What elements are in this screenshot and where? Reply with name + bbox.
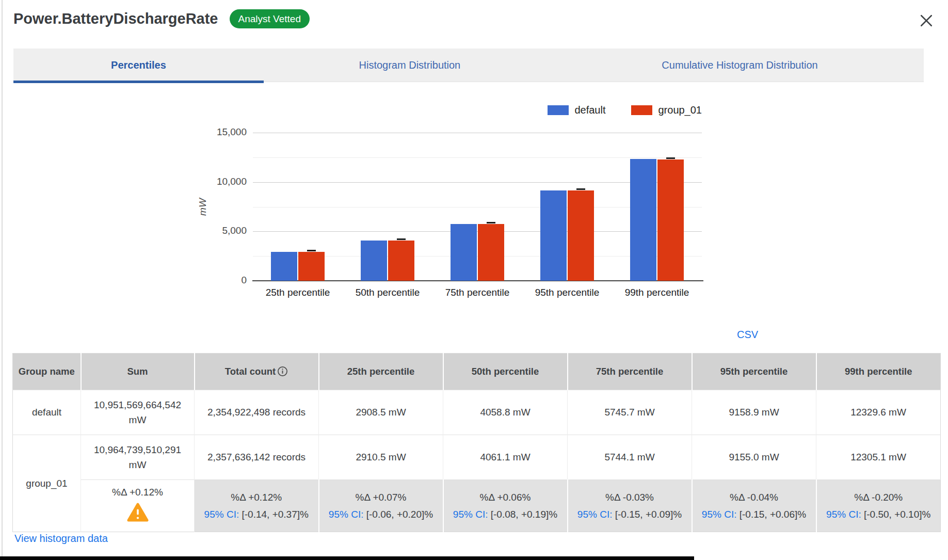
value-cell: 5744.1 mW bbox=[568, 435, 692, 480]
x-category-label: 95th percentile bbox=[522, 287, 612, 298]
error-bar bbox=[666, 157, 675, 159]
chart-bar-default bbox=[451, 224, 477, 281]
column-header-50th-percentile: 50th percentile bbox=[443, 354, 568, 390]
close-button[interactable] bbox=[918, 13, 935, 30]
chart-bar-default bbox=[271, 252, 297, 281]
metric-detail-panel: Power.BatteryDischargeRate Analyst Vette… bbox=[0, 0, 948, 560]
delta-cell: %Δ +0.12%95% CI: [-0.14, +0.37]% bbox=[195, 480, 319, 532]
results-table: Group nameSumTotal count25th percentile5… bbox=[12, 353, 940, 532]
legend-label: group_01 bbox=[658, 104, 702, 116]
ci-link[interactable]: 95% CI: bbox=[453, 509, 488, 520]
value-cell: 2,354,922,498 records bbox=[195, 390, 319, 435]
table-row-default: default10,951,569,664,542 mW2,354,922,49… bbox=[13, 390, 941, 435]
tab-cumulative-histogram-distribution[interactable]: Cumulative Histogram Distribution bbox=[556, 49, 924, 82]
y-axis-label: mW bbox=[197, 185, 208, 229]
column-header-sum: Sum bbox=[81, 354, 195, 390]
ci-line: 95% CI: [-0.50, +0.10]% bbox=[821, 506, 937, 523]
column-header-label: 75th percentile bbox=[596, 366, 664, 377]
ci-link[interactable]: 95% CI: bbox=[577, 509, 613, 520]
ci-line: 95% CI: [-0.15, +0.09]% bbox=[572, 506, 687, 523]
ci-line: 95% CI: [-0.14, +0.37]% bbox=[199, 506, 314, 523]
ci-link[interactable]: 95% CI: bbox=[826, 509, 861, 520]
legend-item-default: default bbox=[548, 104, 605, 116]
table-row-delta: %Δ +0.12%%Δ +0.12%95% CI: [-0.14, +0.37]… bbox=[13, 480, 941, 532]
ci-link[interactable]: 95% CI: bbox=[702, 509, 737, 520]
column-header-label: Sum bbox=[127, 366, 148, 377]
x-category-label: 25th percentile bbox=[253, 287, 343, 298]
error-bar bbox=[576, 188, 585, 190]
ci-line: 95% CI: [-0.08, +0.19]% bbox=[448, 506, 563, 523]
value-cell: 10,951,569,664,542 mW bbox=[81, 390, 195, 435]
value-cell: 9155.0 mW bbox=[692, 435, 816, 480]
value-cell: 12329.6 mW bbox=[816, 390, 941, 435]
column-header-label: 95th percentile bbox=[720, 366, 788, 377]
gridline-major bbox=[253, 231, 702, 232]
view-histogram-link[interactable]: View histogram data bbox=[14, 533, 108, 545]
ci-link[interactable]: 95% CI: bbox=[204, 509, 239, 520]
tab-histogram-distribution[interactable]: Histogram Distribution bbox=[264, 49, 556, 82]
csv-link[interactable]: CSV bbox=[737, 329, 758, 341]
table-header-row: Group nameSumTotal count25th percentile5… bbox=[13, 354, 941, 390]
chart-bar-default bbox=[540, 190, 567, 281]
delta-value: %Δ -0.03% bbox=[572, 489, 687, 506]
legend-item-group-01: group_01 bbox=[631, 104, 702, 116]
chart-bar-group-01 bbox=[298, 252, 325, 281]
ci-link[interactable]: 95% CI: bbox=[329, 509, 364, 520]
delta-cell: %Δ +0.06%95% CI: [-0.08, +0.19]% bbox=[443, 480, 568, 532]
x-category-label: 50th percentile bbox=[343, 287, 432, 298]
column-header-95th-percentile: 95th percentile bbox=[692, 354, 816, 390]
page-title: Power.BatteryDischargeRate bbox=[13, 10, 218, 27]
error-bar bbox=[307, 250, 316, 251]
column-header-label: 25th percentile bbox=[347, 366, 415, 377]
value-cell: 12305.1 mW bbox=[816, 435, 941, 480]
y-tick-label: 0 bbox=[185, 275, 247, 286]
delta-cell: %Δ +0.07%95% CI: [-0.06, +0.20]% bbox=[319, 480, 443, 532]
gridline-major bbox=[253, 182, 702, 183]
gridline-minor bbox=[253, 207, 702, 207]
delta-cell: %Δ -0.03%95% CI: [-0.15, +0.09]% bbox=[568, 480, 692, 532]
column-header-total-count: Total count bbox=[195, 354, 319, 390]
info-icon[interactable] bbox=[276, 366, 288, 377]
value-cell: 4058.8 mW bbox=[443, 390, 568, 435]
delta-cell: %Δ -0.04%95% CI: [-0.15, +0.06]% bbox=[692, 480, 816, 532]
delta-value: %Δ +0.12% bbox=[199, 489, 314, 506]
ci-value: [-0.14, +0.37]% bbox=[239, 509, 309, 520]
ci-value: [-0.50, +0.10]% bbox=[861, 509, 931, 520]
ci-value: [-0.06, +0.20]% bbox=[363, 509, 433, 520]
ci-value: [-0.15, +0.06]% bbox=[736, 509, 806, 520]
ci-line: 95% CI: [-0.15, +0.06]% bbox=[697, 506, 812, 523]
column-header-75th-percentile: 75th percentile bbox=[568, 354, 692, 390]
ci-value: [-0.08, +0.19]% bbox=[488, 509, 557, 520]
panel-left-border bbox=[2, 0, 3, 560]
sum-delta-cell: %Δ +0.12% bbox=[81, 480, 195, 532]
chart-bar-group-01 bbox=[478, 224, 504, 281]
tab-bar: PercentilesHistogram DistributionCumulat… bbox=[13, 49, 924, 82]
tab-percentiles[interactable]: Percentiles bbox=[13, 49, 264, 82]
x-axis-baseline bbox=[252, 280, 703, 281]
chart-bar-default bbox=[630, 159, 656, 281]
value-cell: 9158.9 mW bbox=[692, 390, 816, 435]
gridline-minor bbox=[253, 256, 702, 257]
warning-icon[interactable] bbox=[85, 503, 190, 527]
error-bar bbox=[397, 238, 406, 240]
value-cell: 4061.1 mW bbox=[443, 435, 568, 480]
bottom-bar bbox=[0, 556, 694, 560]
chart-bar-group-01 bbox=[568, 190, 594, 281]
error-bar bbox=[487, 222, 495, 223]
close-icon bbox=[919, 13, 934, 30]
value-cell: 10,964,739,510,291 mW bbox=[81, 435, 195, 480]
y-tick-label: 10,000 bbox=[185, 176, 247, 187]
value-cell: 2908.5 mW bbox=[319, 390, 443, 435]
value-cell: 2,357,636,142 records bbox=[195, 435, 319, 480]
column-header-label: 99th percentile bbox=[845, 366, 912, 377]
y-tick-label: 5,000 bbox=[185, 225, 247, 236]
analyst-vetted-badge: Analyst Vetted bbox=[230, 9, 310, 28]
table-body: default10,951,569,664,542 mW2,354,922,49… bbox=[13, 390, 941, 532]
group-name-cell: default bbox=[13, 390, 81, 435]
sum-delta-value: %Δ +0.12% bbox=[85, 485, 190, 500]
ci-line: 95% CI: [-0.06, +0.20]% bbox=[324, 506, 439, 523]
delta-value: %Δ -0.04% bbox=[697, 489, 812, 506]
column-header-25th-percentile: 25th percentile bbox=[319, 354, 443, 390]
delta-value: %Δ +0.07% bbox=[324, 489, 439, 506]
legend-swatch bbox=[548, 105, 569, 115]
